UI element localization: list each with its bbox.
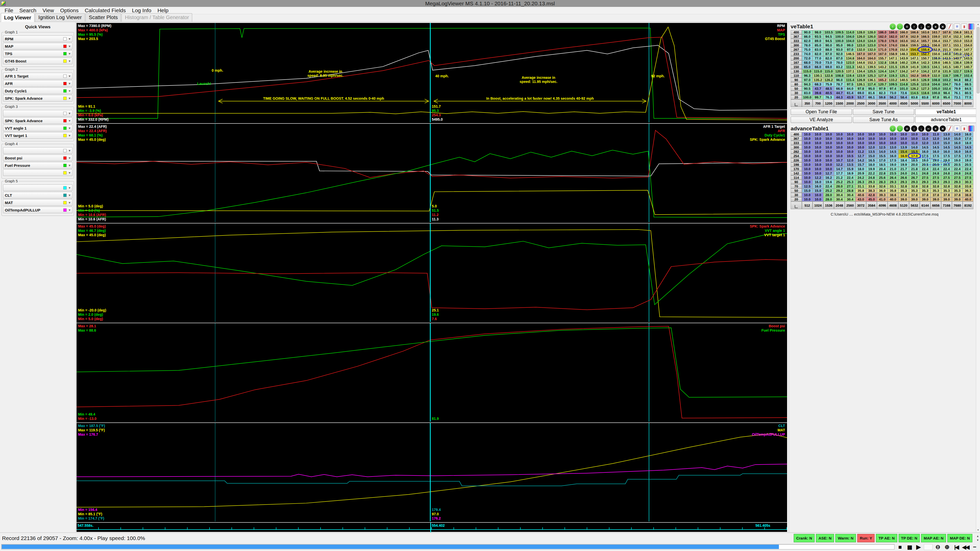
table-cell[interactable]: 88.2	[963, 78, 974, 82]
table-cell[interactable]: 10.0	[813, 158, 823, 162]
table-cell[interactable]: 144.6	[856, 60, 866, 65]
table-cell[interactable]: 89.0	[813, 39, 823, 43]
table-cell[interactable]: 166.6	[909, 30, 920, 35]
table-cell[interactable]: 32.8	[898, 184, 909, 189]
table-cell[interactable]: 10.0	[845, 145, 856, 149]
table-cell[interactable]: 132.0	[856, 48, 866, 52]
table-cell[interactable]: 114.5	[909, 91, 920, 95]
table-cell[interactable]: 122.6	[823, 73, 834, 78]
table-cell[interactable]: 162.8	[909, 73, 920, 78]
table-cell[interactable]: 77.5	[963, 95, 974, 100]
table-cell[interactable]: 138.8	[888, 60, 898, 65]
table-cell[interactable]: 73.0	[888, 91, 898, 95]
table-cell[interactable]: 10.0	[802, 137, 813, 141]
clear-icon[interactable]: ×	[940, 24, 946, 30]
table-cell[interactable]: 76.1	[952, 91, 963, 95]
table-cell[interactable]: 24.1	[909, 171, 920, 176]
table-cell[interactable]: 178.0	[888, 39, 898, 43]
table-cell[interactable]: 66.9	[834, 86, 845, 91]
table-cell[interactable]: 28.0	[823, 193, 834, 197]
channel-selector-tps[interactable]: TPS▾	[3, 50, 73, 57]
table-cell[interactable]: 20.5	[931, 162, 941, 167]
table-cell[interactable]: 14.0	[952, 132, 963, 137]
scale-up-icon[interactable]: ↑	[911, 125, 917, 132]
table-cell[interactable]: 38.8	[963, 193, 974, 197]
table-cell[interactable]: 159.5	[909, 43, 920, 48]
table-cell[interactable]: 20.0	[909, 162, 920, 167]
table-cell[interactable]: 165.7	[920, 39, 931, 43]
scale-up-icon[interactable]: ↑	[911, 24, 917, 30]
row-header[interactable]: 333	[791, 39, 802, 43]
table-cell[interactable]: 83.8	[920, 95, 931, 100]
table-cell[interactable]: 94.3	[802, 82, 813, 86]
decrement-icon[interactable]: −	[925, 125, 932, 132]
table-cell[interactable]: 125.8	[909, 82, 920, 86]
table-cell[interactable]: 124.4	[877, 69, 888, 73]
table-cell[interactable]: 10.0	[909, 137, 920, 141]
table-cell[interactable]: 167.0	[856, 52, 866, 56]
column-header[interactable]: 3500	[877, 100, 888, 107]
table-cell[interactable]: 17.5	[941, 154, 952, 158]
table-cell[interactable]: 10.0	[909, 132, 920, 137]
table-cell[interactable]: 111.3	[845, 65, 856, 69]
table-cell[interactable]: 10.0	[856, 141, 866, 145]
scrollbar-thumb[interactable]	[977, 27, 980, 94]
table-cell[interactable]: 106.7	[952, 73, 963, 78]
table-cell[interactable]: 135.2	[813, 78, 823, 82]
table-cell[interactable]: 10.0	[813, 145, 823, 149]
table-cell[interactable]: 24.8	[920, 171, 931, 176]
table-cell[interactable]: 99.7	[813, 95, 823, 100]
table-cell[interactable]: 12.0	[920, 141, 931, 145]
column-header[interactable]: 4000	[888, 100, 898, 107]
table-cell[interactable]: 123.0	[866, 43, 877, 48]
table-cell[interactable]: 13.5	[866, 149, 877, 154]
table-cell[interactable]: 88.5	[963, 82, 974, 86]
table-cell[interactable]: 123.0	[845, 60, 856, 65]
table-cell[interactable]: 65.0	[802, 65, 813, 69]
table-cell[interactable]: 132.8	[877, 60, 888, 65]
table-cell[interactable]: 10.0	[802, 149, 813, 154]
channel-selector-afr[interactable]: AFR▾	[3, 80, 73, 87]
table-cell[interactable]: 140.8	[941, 52, 952, 56]
table-cell[interactable]: 11.0	[920, 137, 931, 141]
tuning-panel-scrollbar[interactable]: ▴ ▾	[976, 22, 980, 532]
table-cell[interactable]: 126.1	[856, 82, 866, 86]
table-cell[interactable]: 98.4	[941, 91, 952, 95]
table-cell[interactable]: 73.1	[952, 95, 963, 100]
table-cell[interactable]: 151.3	[941, 48, 952, 52]
table-cell[interactable]: 124.7	[888, 69, 898, 73]
column-header[interactable]: 4608	[888, 202, 898, 209]
table-cell[interactable]: 103.2	[941, 78, 952, 82]
column-header[interactable]: 2560	[845, 202, 856, 209]
column-header[interactable]: 2000	[845, 100, 856, 107]
row-header[interactable]: 50	[791, 189, 802, 193]
edit-pencil-icon[interactable]: ╱	[947, 125, 953, 132]
row-header[interactable]: 198	[791, 162, 802, 167]
table-cell[interactable]: 14.5	[888, 149, 898, 154]
table-cell[interactable]: 21.0	[888, 167, 898, 171]
table-cell[interactable]: 104.0	[845, 39, 856, 43]
zoom-out-button[interactable]: ⊖	[934, 543, 942, 551]
menu-item-log-info[interactable]: Log Info	[129, 7, 154, 14]
table-cell[interactable]: 139.5	[866, 65, 877, 69]
table-cell[interactable]: 22.4	[952, 167, 963, 171]
table-cell[interactable]: 78.7	[834, 82, 845, 86]
table-cell[interactable]: 30.4	[834, 193, 845, 197]
table-cell[interactable]: 32.8	[909, 184, 920, 189]
table-cell[interactable]: 131.5	[888, 65, 898, 69]
zoom-in-button[interactable]: ⊕	[943, 543, 951, 551]
column-header[interactable]: 5000	[909, 100, 920, 107]
table-cell[interactable]: 14.0	[877, 149, 888, 154]
table-cell[interactable]: 12.0	[931, 137, 941, 141]
tab-scatter-plots[interactable]: Scatter Plots	[86, 13, 121, 22]
table-cell[interactable]: 100.0	[834, 35, 845, 39]
row-header[interactable]: 90	[791, 180, 802, 184]
menu-item-view[interactable]: View	[39, 7, 57, 14]
row-header[interactable]: 333	[791, 141, 802, 145]
table-cell[interactable]: 22.4	[845, 176, 856, 180]
table-cell[interactable]: 126.0	[856, 35, 866, 39]
table-cell[interactable]: 128.0	[856, 30, 866, 35]
column-header[interactable]: 2048	[834, 202, 845, 209]
table-cell[interactable]: 10.0	[813, 162, 823, 167]
table-cell[interactable]: 17.0	[877, 158, 888, 162]
